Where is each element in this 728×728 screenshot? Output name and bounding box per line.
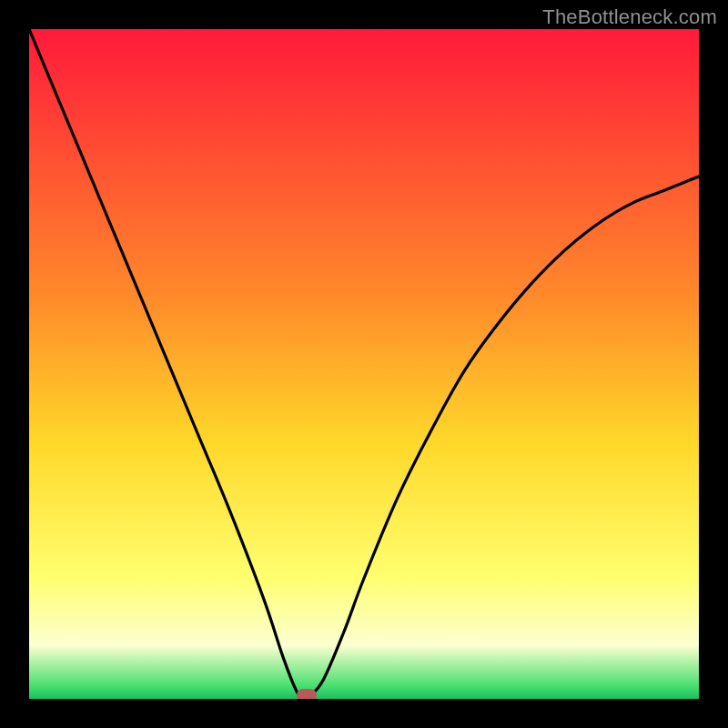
bottleneck-curve [29,29,699,699]
watermark-text: TheBottleneck.com [542,5,717,29]
optimal-point-marker [297,689,317,699]
chart-frame: TheBottleneck.com [0,0,728,728]
plot-area [29,29,699,699]
